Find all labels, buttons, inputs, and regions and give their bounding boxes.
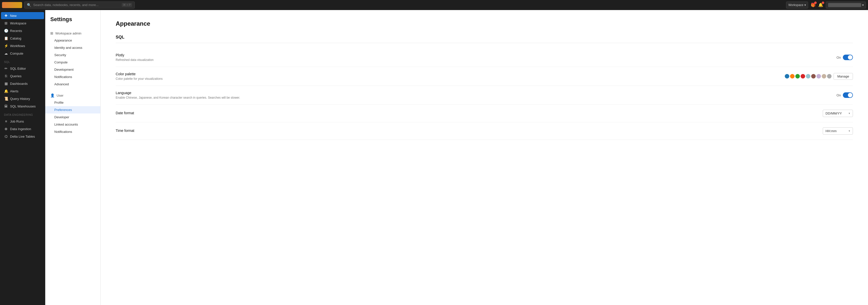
plotly-label: Plotly	[116, 53, 832, 57]
gift-icon-btn[interactable]: 🎁	[811, 2, 816, 7]
sql-warehouses-icon: 🏛	[4, 104, 8, 108]
language-toggle[interactable]	[843, 92, 853, 98]
sidebar-item-delta-live-tables[interactable]: ⌬ Delta Live Tables	[1, 133, 44, 140]
date-format-select[interactable]: DD/MM/YY ▾	[823, 110, 853, 117]
plotly-row: Plotly Refreshed data visualization On	[116, 48, 853, 67]
sidebar-item-sql-editor[interactable]: ✏ SQL Editor	[1, 65, 44, 72]
sidebar-item-recents-label: Recents	[10, 29, 22, 33]
settings-content: Appearance SQL Plotly Refreshed data vis…	[100, 10, 868, 305]
sidebar-item-compute[interactable]: ☁ Compute	[1, 50, 44, 57]
notification-icon-btn[interactable]: 🔔	[818, 2, 823, 7]
sidebar-item-recents[interactable]: 🕐 Recents	[1, 27, 44, 34]
user-header: 👤 User	[45, 92, 100, 99]
gift-badge	[814, 1, 817, 4]
sidebar-item-workspace-label: Workspace	[10, 21, 26, 25]
time-format-select[interactable]: HH:mm ▾	[823, 127, 853, 135]
date-format-chevron: ▾	[849, 112, 850, 115]
plotly-desc: Refreshed data visualization	[116, 58, 832, 62]
sidebar-item-catalog-label: Catalog	[10, 36, 21, 40]
nav-item-linked-accounts[interactable]: Linked accounts	[45, 121, 100, 128]
date-format-value: DD/MM/YY	[826, 111, 842, 115]
plotly-toggle-label: On	[837, 56, 841, 59]
plotly-toggle[interactable]	[843, 55, 853, 60]
sidebar-item-workflows[interactable]: ⚡ Workflows	[1, 42, 44, 49]
color-swatches	[785, 74, 832, 79]
sidebar-item-new-label: New	[10, 14, 17, 18]
date-format-info: Date format	[116, 111, 818, 116]
sidebar-item-workflows-label: Workflows	[10, 44, 25, 48]
sidebar-item-query-history[interactable]: 📜 Query History	[1, 95, 44, 102]
workspace-selector-label: Workspace	[788, 3, 803, 7]
manage-color-palette-button[interactable]: Manage	[834, 73, 853, 80]
workspace-admin-icon: ⊞	[50, 31, 53, 35]
nav-item-profile[interactable]: Profile	[45, 99, 100, 106]
sidebar-item-alerts[interactable]: 🔔 Alerts	[1, 88, 44, 94]
sql-section-title: SQL	[116, 35, 853, 43]
nav-item-developer[interactable]: Developer	[45, 113, 100, 121]
swatch-7	[816, 74, 821, 79]
data-ingestion-icon: ⊕	[4, 127, 8, 131]
compute-icon: ☁	[4, 51, 8, 55]
sidebar-item-catalog[interactable]: 📋 Catalog	[1, 35, 44, 42]
nav-item-identity-access[interactable]: Identity and access	[45, 44, 100, 51]
sidebar-item-queries-label: Queries	[10, 74, 22, 78]
swatch-5	[806, 74, 810, 79]
sidebar-item-sql-warehouses[interactable]: 🏛 SQL Warehouses	[1, 103, 44, 110]
job-runs-icon: ≡	[4, 119, 8, 123]
language-toggle-label: On	[837, 93, 841, 97]
language-desc: Enable Chinese, Japanese, and Korean cha…	[116, 96, 832, 100]
swatch-1	[785, 74, 789, 79]
nav-item-appearance[interactable]: Appearance	[45, 37, 100, 44]
workflows-icon: ⚡	[4, 44, 8, 48]
nav-item-notifications-user[interactable]: Notifications	[45, 128, 100, 135]
sidebar-item-workspace[interactable]: ⊞ Workspace	[1, 20, 44, 27]
time-format-chevron: ▾	[849, 129, 850, 133]
search-placeholder: Search data, notebooks, recents, and mor…	[33, 3, 99, 7]
sidebar-item-data-ingestion[interactable]: ⊕ Data Ingestion	[1, 125, 44, 132]
nav-item-compute[interactable]: Compute	[45, 59, 100, 66]
sidebar-item-query-history-label: Query History	[10, 97, 30, 101]
nav-item-advanced[interactable]: Advanced	[45, 81, 100, 88]
sidebar-item-sql-editor-label: SQL Editor	[10, 67, 26, 71]
workspace-icon: ⊞	[4, 21, 8, 25]
nav-item-development[interactable]: Development	[45, 66, 100, 73]
nav-item-preferences[interactable]: Preferences	[45, 106, 100, 113]
settings-title: Settings	[45, 16, 100, 28]
search-shortcut: ⌘ + P	[122, 3, 132, 7]
sidebar-item-job-runs[interactable]: ≡ Job Runs	[1, 118, 44, 125]
sidebar-item-job-runs-label: Job Runs	[10, 119, 24, 123]
nav-item-security[interactable]: Security	[45, 51, 100, 59]
time-format-control: HH:mm ▾	[823, 127, 853, 135]
recents-icon: 🕐	[4, 29, 8, 33]
plus-icon: ✚	[4, 13, 8, 18]
color-palette-control: Manage	[785, 73, 853, 80]
user-group: 👤 User Profile Preferences Developer Lin…	[45, 90, 100, 137]
sidebar-item-delta-live-tables-label: Delta Live Tables	[10, 135, 35, 138]
time-format-info: Time format	[116, 129, 818, 134]
alerts-icon: 🔔	[4, 89, 8, 93]
settings-page-title: Appearance	[116, 20, 853, 27]
color-palette-info: Color palette Color palette for your vis…	[116, 72, 780, 81]
sidebar-item-new[interactable]: ✚ New	[1, 12, 44, 19]
user-selector[interactable]: ▾	[826, 1, 866, 8]
swatch-2	[790, 74, 795, 79]
language-label: Language	[116, 91, 832, 95]
date-format-row: Date format DD/MM/YY ▾	[116, 105, 853, 122]
search-bar[interactable]: 🔍 Search data, notebooks, recents, and m…	[24, 1, 135, 8]
color-palette-label: Color palette	[116, 72, 780, 76]
nav-item-notifications[interactable]: Notifications	[45, 73, 100, 81]
sidebar-item-dashboards[interactable]: ▦ Dashboards	[1, 80, 44, 87]
sidebar-item-dashboards-label: Dashboards	[10, 82, 28, 86]
sidebar-item-queries[interactable]: ⎘ Queries	[1, 73, 44, 80]
workspace-selector[interactable]: Workspace ▾	[786, 1, 808, 8]
settings-nav: Settings ⊞ Workspace admin Appearance Id…	[45, 10, 100, 305]
time-format-value: HH:mm	[826, 129, 837, 133]
data-engineering-section-label: Data Engineering	[0, 110, 45, 117]
swatch-3	[795, 74, 800, 79]
sidebar: ✚ New ⊞ Workspace 🕐 Recents 📋 Catalog ⚡ …	[0, 10, 45, 305]
workspace-admin-header: ⊞ Workspace admin	[45, 30, 100, 37]
main-layout: ✚ New ⊞ Workspace 🕐 Recents 📋 Catalog ⚡ …	[0, 10, 868, 305]
color-palette-row: Color palette Color palette for your vis…	[116, 67, 853, 86]
swatch-8	[822, 74, 826, 79]
dashboards-icon: ▦	[4, 82, 8, 86]
